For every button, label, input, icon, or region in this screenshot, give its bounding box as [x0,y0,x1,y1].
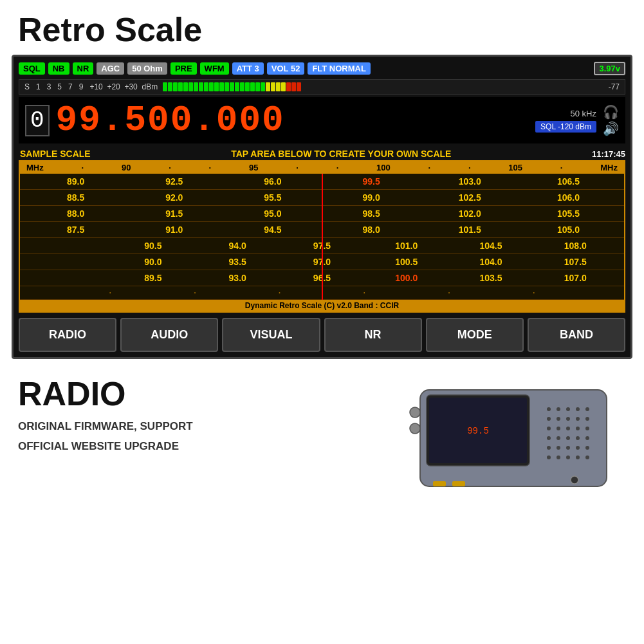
freq-val: 98.0 [322,225,421,235]
meter-bar [163,82,601,91]
scale-row-dots: · · · · · · [20,286,624,300]
svg-point-21 [566,436,570,440]
svg-point-8 [585,407,589,411]
svg-point-30 [557,455,560,459]
meter-seg [214,82,219,91]
nav-visual-button[interactable]: VISUAL [222,318,320,352]
freq-digit-small: 0 [25,105,50,136]
freq-val: 106.0 [519,192,618,203]
meter-seg [266,82,270,91]
svg-point-29 [547,455,551,459]
meter-seg [178,82,183,91]
meter-seg [271,82,275,91]
svg-point-6 [566,407,570,411]
nav-band-button[interactable]: BAND [528,318,625,352]
meter-seg [173,82,178,91]
meter-seg [276,82,281,91]
freq-val: 88.0 [26,208,125,219]
scale-time: 11:17:45 [592,149,625,159]
meter-seg [219,82,224,91]
badge-att[interactable]: ATT 3 [232,62,264,75]
badge-sql[interactable]: SQL [19,62,45,75]
freq-val: 103.5 [448,273,533,283]
nav-audio-button[interactable]: AUDIO [120,318,218,352]
badge-pre[interactable]: PRE [170,62,197,75]
scale-row[interactable]: 90.5 94.0 97.5 101.0 104.5 108.0 [20,238,624,254]
firmware-line2: OFFICIAL WEBSITE UPGRADE [18,437,394,457]
sql-badge: SQL -120 dBm [535,121,596,133]
retro-scale-grid[interactable]: MHz · 90 · · 95 · · 100 · · 105 · MHz 89… [19,160,625,313]
freq-val: 94.5 [223,225,322,235]
freq-val: 90.5 [111,241,195,251]
svg-point-16 [566,427,570,430]
svg-point-35 [410,423,420,434]
meter-seg [235,82,239,91]
scale-header: SAMPLE SCALE TAP AREA BELOW TO CREATE YO… [19,146,625,160]
meter-seg [225,82,229,91]
meter-seg [245,82,250,91]
meter-seg [240,82,244,91]
freq-val: 87.5 [26,225,125,235]
battery-badge: 3.97v [594,62,625,75]
scale-row[interactable]: 88.5 92.0 95.5 99.0 102.5 106.0 [20,190,624,206]
svg-point-25 [557,446,560,450]
status-bar: SQL NB NR AGC 50 Ohm PRE WFM ATT 3 VOL 5… [19,62,625,75]
scale-row[interactable]: 87.5 91.0 94.5 98.0 101.5 105.0 [20,222,624,238]
freq-val: 88.5 [26,192,125,203]
svg-rect-36 [433,481,446,486]
svg-point-33 [585,455,589,459]
badge-wfm[interactable]: WFM [200,62,229,75]
freq-val: 93.0 [196,273,280,283]
nav-radio-button[interactable]: RADIO [19,318,116,352]
svg-point-23 [585,436,589,440]
badge-nr[interactable]: NR [73,62,94,75]
freq-main: 99.500.000 [56,100,285,141]
badge-vol[interactable]: VOL 52 [267,62,305,75]
freq-val: 104.0 [448,257,533,267]
freq-val: 105.5 [519,208,618,219]
svg-point-32 [576,455,580,459]
meter-seg [183,82,188,91]
scale-row[interactable]: 88.0 91.5 95.0 98.5 102.0 105.5 [20,206,624,222]
page-title: Retro Scale [0,0,644,55]
badge-agc[interactable]: AGC [97,62,124,75]
freq-val: 96.0 [223,176,322,187]
meter-seg [230,82,234,91]
signal-meter-row: S 1 3 5 7 9 +10 +20 +30 dBm [19,79,625,95]
meter-seg [297,82,301,91]
freq-val: 90.0 [111,257,195,267]
firmware-text: ORIGINAL FIRMWARE, SUPPORT OFFICIAL WEBS… [18,417,394,456]
meter-seg [194,82,198,91]
freq-val-active: 99.5 [322,176,421,187]
freq-val-active: 100.0 [364,273,448,283]
scale-row[interactable]: 89.0 92.5 96.0 99.5 103.0 106.5 [20,174,624,190]
svg-point-14 [547,427,551,430]
freq-val: 107.5 [533,257,618,267]
svg-point-20 [557,436,560,440]
freq-val: 92.5 [125,176,223,187]
freq-val: 89.5 [111,273,195,283]
svg-point-31 [566,455,570,459]
meter-seg [209,82,214,91]
scale-row[interactable]: 90.0 93.5 97.0 100.5 104.0 107.5 [20,254,624,270]
badge-nb[interactable]: NB [48,62,69,75]
badge-50ohm[interactable]: 50 Ohm [127,62,167,75]
frequency-display: 0 99.500.000 50 kHz SQL -120 dBm 🎧 🔊 [19,97,625,143]
meter-seg [163,82,167,91]
freq-val: 106.5 [519,176,618,187]
scale-row[interactable]: 89.5 93.0 96.5 100.0 103.5 107.0 [20,270,624,286]
speaker-icon: 🔊 [603,121,619,136]
nav-mode-button[interactable]: MODE [426,318,524,352]
freq-val: 104.5 [448,241,533,251]
meter-seg [261,82,265,91]
nav-nr-button[interactable]: NR [324,318,422,352]
freq-val: 100.5 [364,257,448,267]
svg-point-13 [585,417,589,421]
lower-left: RADIO ORIGINAL FIRMWARE, SUPPORT OFFICIA… [18,377,394,456]
meter-seg [286,82,291,91]
badge-flt[interactable]: FLT NORMAL [308,62,371,75]
svg-point-28 [585,446,589,450]
svg-point-5 [557,407,560,411]
freq-val: 96.5 [280,273,364,283]
freq-right: 50 kHz SQL -120 dBm [535,109,596,133]
